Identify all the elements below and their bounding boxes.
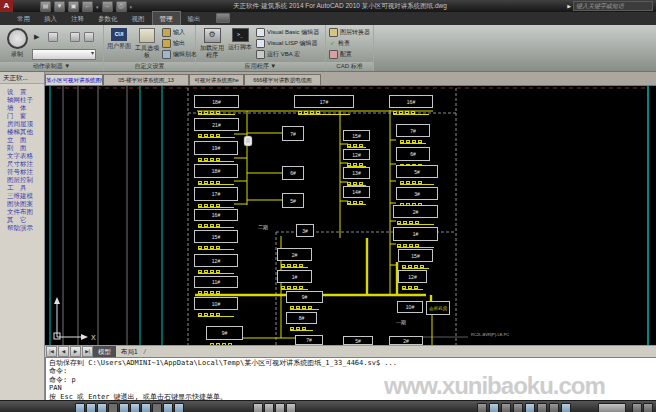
first-tab-icon[interactable]: |◀ — [46, 346, 57, 357]
application-item[interactable]: 运行 VBA 宏 — [256, 50, 319, 59]
building-box-16#[interactable]: 16# — [194, 209, 238, 221]
ribbon-tab-管理[interactable]: 管理 — [152, 11, 181, 25]
sidebar-item[interactable]: 文件布图 — [7, 208, 44, 216]
status-tool[interactable] — [513, 403, 523, 412]
building-box-16#[interactable]: 16# — [389, 95, 433, 108]
play-icon[interactable]: ▶ — [34, 33, 39, 41]
building-box-3#[interactable]: 3# — [296, 224, 314, 237]
status-toggle[interactable] — [86, 403, 96, 412]
building-box-5#[interactable]: 5# — [396, 165, 438, 178]
express-panel-icon[interactable] — [216, 13, 230, 23]
building-box-12#[interactable]: 12# — [194, 254, 238, 267]
drawing-tab[interactable]: 05-楼宇对讲系统图_13 — [103, 74, 189, 85]
save-icon[interactable]: ▣ — [68, 1, 79, 12]
building-box-1#[interactable]: 1# — [393, 227, 438, 241]
new-file-icon[interactable]: ▤ — [40, 1, 51, 12]
undo-icon[interactable]: ← — [82, 1, 93, 12]
building-box-2#[interactable]: 2# — [389, 336, 423, 345]
manage-macro-icon[interactable] — [84, 32, 94, 42]
status-toggle[interactable] — [130, 403, 140, 412]
insert-message-icon[interactable] — [48, 32, 58, 42]
building-box-19#[interactable]: 19# — [194, 141, 238, 155]
preference-icon[interactable] — [70, 32, 80, 42]
sidebar-item[interactable]: 工 具 — [7, 184, 44, 192]
panel-label[interactable]: 应用程序 ▼ — [196, 62, 325, 71]
building-box-12#[interactable]: 12# — [398, 270, 427, 283]
status-toggle[interactable] — [253, 403, 263, 412]
building-box-会所机房[interactable]: 会所机房 — [426, 301, 450, 315]
status-tool[interactable] — [477, 403, 487, 412]
application-item[interactable]: Visual Basic 编辑器 — [256, 28, 319, 37]
sidebar-item[interactable]: 剖 面 — [7, 144, 44, 152]
status-toggle[interactable] — [264, 403, 274, 412]
sidebar-item[interactable]: 帮助演示 — [7, 224, 44, 232]
sidebar-item[interactable]: 楼梯其他 — [7, 128, 44, 136]
status-toggle[interactable] — [275, 403, 285, 412]
building-box-2#[interactable]: 2# — [393, 205, 438, 218]
sidebar-item[interactable]: 三维建模 — [7, 192, 44, 200]
panel-label[interactable]: 自定义设置 — [104, 62, 195, 71]
building-box-10#[interactable]: 10# — [397, 301, 423, 313]
building-box-18#[interactable]: 18# — [194, 95, 239, 108]
ribbon-tab-插入[interactable]: 插入 — [37, 12, 64, 25]
sidebar-item[interactable]: 立 面 — [7, 136, 44, 144]
status-toggle[interactable] — [141, 403, 151, 412]
status-tool[interactable] — [561, 403, 571, 412]
ribbon-tab-参数化[interactable]: 参数化 — [91, 12, 125, 25]
cad-standard-item[interactable]: ✓检查 — [329, 39, 370, 48]
status-tool[interactable] — [632, 403, 642, 412]
status-tool[interactable] — [489, 403, 499, 412]
sidebar-item[interactable]: 尺寸标注 — [7, 160, 44, 168]
drawing-tab[interactable]: 某小区可视对讲系统图纸 — [45, 74, 103, 85]
cad-standard-item[interactable]: 配置 — [329, 50, 370, 59]
status-toggle[interactable] — [163, 403, 173, 412]
sidebar-item[interactable]: 设 置 — [7, 88, 44, 96]
sidebar-item[interactable]: 门 窗 — [7, 112, 44, 120]
building-box-15#[interactable]: 15# — [398, 249, 433, 262]
building-box-6#[interactable]: 6# — [282, 166, 304, 180]
sidebar-header[interactable]: 天正软... — [0, 72, 44, 84]
status-toggle[interactable] — [286, 403, 296, 412]
building-box-1#[interactable]: 1# — [277, 270, 312, 283]
qat-dropdown-icon[interactable]: ▾ — [130, 4, 133, 10]
redo-icon[interactable]: → — [102, 1, 113, 12]
building-box-17#[interactable]: 17# — [194, 187, 238, 201]
drawing-tab[interactable]: 666楼宇对讲数据电缆图 — [244, 74, 321, 85]
sidebar-item[interactable]: 墙 体 — [7, 104, 44, 112]
status-tool[interactable] — [643, 403, 653, 412]
building-box-15#[interactable]: 15# — [343, 130, 370, 141]
building-box-9#[interactable]: 9# — [286, 291, 323, 303]
building-box-6#[interactable]: 6# — [396, 147, 430, 161]
drawing-tab[interactable]: 可视对讲系统图he — [189, 74, 244, 85]
building-box-15#[interactable]: 15# — [194, 230, 238, 243]
sidebar-item[interactable]: 图块图案 — [7, 200, 44, 208]
last-tab-icon[interactable]: ▶| — [82, 346, 93, 357]
help-search-input[interactable]: 键入关键字或短语 — [573, 1, 653, 11]
drawing-canvas[interactable]: X 18#17#16#21#19#18#17#16#15#12#11#10#9#… — [45, 86, 656, 345]
building-box-13#[interactable]: 13# — [343, 167, 370, 179]
cad-standard-item[interactable]: 图层转换器 — [329, 28, 370, 37]
building-box-7#[interactable]: 7# — [295, 335, 323, 345]
sidebar-item[interactable]: 文字表格 — [7, 152, 44, 160]
building-box-17#[interactable]: 17# — [294, 95, 354, 108]
building-box-5#[interactable]: 5# — [282, 193, 304, 208]
panel-label[interactable]: 动作录制器 ▼ — [0, 62, 103, 71]
status-toggle[interactable] — [108, 403, 118, 412]
building-box-14#[interactable]: 14# — [343, 186, 370, 198]
status-toggle[interactable] — [119, 403, 129, 412]
status-tool[interactable] — [525, 403, 535, 412]
load-application-button[interactable]: ⚙ 加载应用程序 — [198, 28, 226, 58]
search-arrow-icon[interactable]: ▶ — [567, 3, 571, 9]
status-tool[interactable] — [537, 403, 547, 412]
building-box-12#[interactable]: 12# — [343, 149, 370, 160]
customization-item[interactable]: 输入 — [162, 28, 197, 37]
record-button[interactable]: 录制 — [2, 28, 32, 58]
sidebar-item[interactable]: 图层控制 — [7, 176, 44, 184]
plot-icon[interactable]: ⎙ — [116, 1, 127, 12]
customization-item[interactable]: 编辑别名 — [162, 50, 197, 59]
status-toggle[interactable] — [174, 403, 184, 412]
customization-item[interactable]: 输出 — [162, 39, 197, 48]
application-item[interactable]: Visual LISP 编辑器 — [256, 39, 319, 48]
sidebar-item[interactable]: 符号标注 — [7, 168, 44, 176]
tab-model[interactable]: 模型 — [93, 346, 116, 357]
